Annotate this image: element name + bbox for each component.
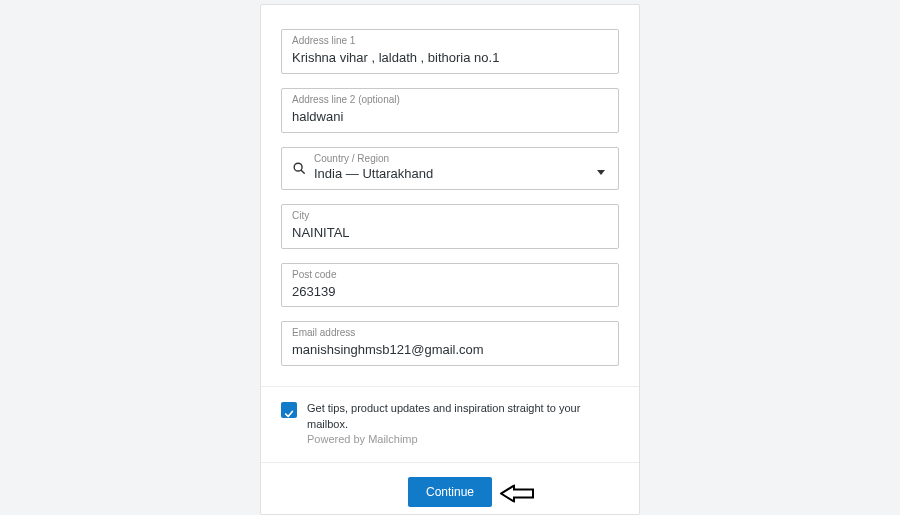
tips-main-text: Get tips, product updates and inspiratio… bbox=[307, 402, 580, 429]
city-label: City bbox=[292, 211, 608, 221]
form-fields: Address line 1 Address line 2 (optional)… bbox=[261, 5, 639, 386]
city-input[interactable] bbox=[292, 225, 608, 242]
continue-button[interactable]: Continue bbox=[408, 477, 492, 507]
svg-line-1 bbox=[301, 170, 304, 173]
postcode-field[interactable]: Post code bbox=[281, 263, 619, 308]
signup-form-card: Address line 1 Address line 2 (optional)… bbox=[260, 4, 640, 515]
address-line-2-input[interactable] bbox=[292, 109, 608, 126]
postcode-input[interactable] bbox=[292, 284, 608, 301]
email-field[interactable]: Email address bbox=[281, 321, 619, 366]
city-field[interactable]: City bbox=[281, 204, 619, 249]
chevron-down-icon bbox=[596, 163, 606, 173]
check-icon bbox=[284, 405, 294, 415]
country-region-field[interactable]: Country / Region India — Uttarakhand bbox=[281, 147, 619, 190]
address-line-2-label: Address line 2 (optional) bbox=[292, 95, 608, 105]
tips-opt-in-row: Get tips, product updates and inspiratio… bbox=[261, 387, 639, 461]
tips-checkbox[interactable] bbox=[281, 402, 297, 418]
address-line-2-field[interactable]: Address line 2 (optional) bbox=[281, 88, 619, 133]
address-line-1-input[interactable] bbox=[292, 50, 608, 67]
search-icon bbox=[292, 161, 306, 175]
email-label: Email address bbox=[292, 328, 608, 338]
tips-sub-text: Powered by Mailchimp bbox=[307, 433, 418, 445]
address-line-1-label: Address line 1 bbox=[292, 36, 608, 46]
country-region-value: India — Uttarakhand bbox=[314, 166, 588, 183]
email-input[interactable] bbox=[292, 342, 608, 359]
button-row: Continue bbox=[261, 463, 639, 515]
country-region-label: Country / Region bbox=[314, 154, 588, 164]
tips-text: Get tips, product updates and inspiratio… bbox=[307, 401, 619, 447]
svg-marker-2 bbox=[597, 170, 605, 175]
postcode-label: Post code bbox=[292, 270, 608, 280]
annotation-arrow-icon bbox=[500, 484, 534, 502]
address-line-1-field[interactable]: Address line 1 bbox=[281, 29, 619, 74]
